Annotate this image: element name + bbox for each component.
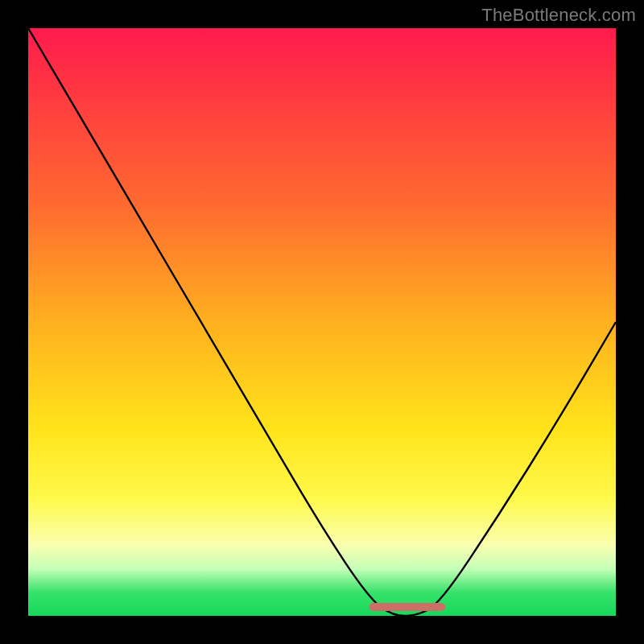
bottleneck-curve: [28, 28, 616, 616]
optimal-range-marker: [369, 603, 445, 611]
plot-area: [28, 28, 616, 616]
watermark-text: TheBottleneck.com: [481, 5, 636, 26]
curve-overlay: [28, 28, 616, 616]
chart-frame: TheBottleneck.com: [0, 0, 644, 644]
